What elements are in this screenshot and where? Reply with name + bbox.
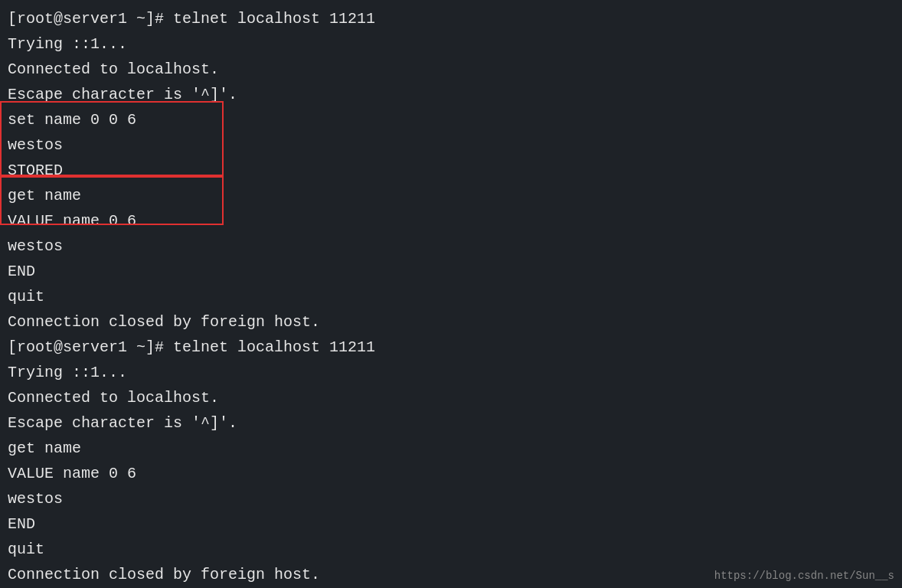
- terminal-line-21: END: [8, 511, 894, 537]
- terminal-line-19: VALUE name 0 6: [8, 461, 894, 486]
- terminal-line-4: Escape character is '^]'.: [8, 82, 894, 107]
- terminal-line-14: [root@server1 ~]# telnet localhost 11211: [8, 335, 894, 360]
- terminal-line-6: westos: [8, 132, 894, 158]
- terminal-line-5: set name 0 0 6: [8, 107, 894, 132]
- terminal-line-2: Trying ::1...: [8, 31, 894, 57]
- terminal-line-11: END: [8, 259, 894, 284]
- terminal-line-8: get name: [8, 183, 894, 208]
- terminal-line-3: Connected to localhost.: [8, 57, 894, 82]
- terminal-line-20: westos: [8, 486, 894, 511]
- terminal-line-18: get name: [8, 436, 894, 461]
- terminal-window: [root@server1 ~]# telnet localhost 11211…: [0, 0, 902, 588]
- terminal-line-7: STORED: [8, 158, 894, 183]
- terminal-line-1: [root@server1 ~]# telnet localhost 11211: [8, 6, 894, 31]
- terminal-line-13: Connection closed by foreign host.: [8, 309, 894, 335]
- watermark: https://blog.csdn.net/Sun__s: [714, 570, 894, 582]
- terminal-line-17: Escape character is '^]'.: [8, 410, 894, 436]
- terminal-line-16: Connected to localhost.: [8, 385, 894, 410]
- terminal-line-15: Trying ::1...: [8, 360, 894, 385]
- terminal-line-9: VALUE name 0 6: [8, 208, 894, 234]
- terminal-line-10: westos: [8, 234, 894, 259]
- terminal-line-22: quit: [8, 537, 894, 562]
- terminal-line-12: quit: [8, 284, 894, 309]
